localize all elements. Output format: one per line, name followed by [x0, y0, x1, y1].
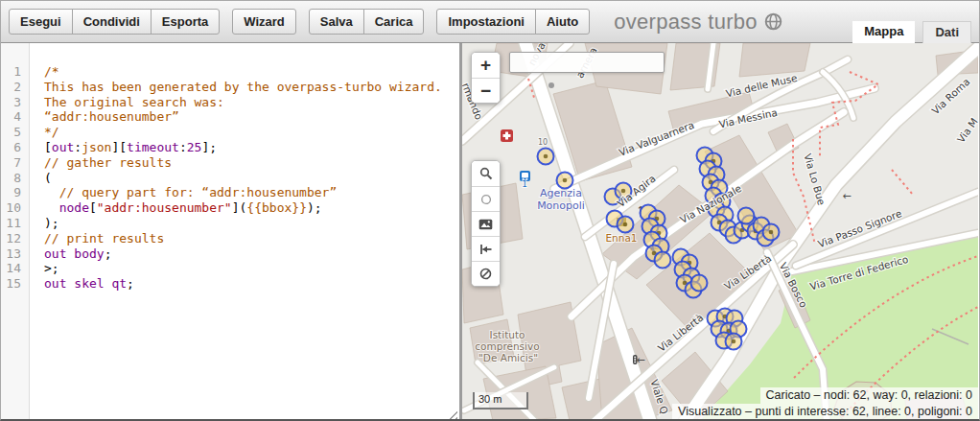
poi-label: Enna1 [605, 232, 637, 244]
oneway-arrow: ← [636, 354, 644, 366]
poi-marker[interactable] [691, 275, 708, 292]
poi-marker[interactable] [738, 208, 755, 224]
code-line: “addr:housenumber” [44, 109, 455, 125]
aiuto-button[interactable]: Aiuto [535, 9, 590, 35]
search-location-button[interactable] [472, 161, 500, 186]
export-image-button[interactable] [472, 211, 500, 236]
status-messages: Caricato – nodi: 62, way: 0, relazioni: … [672, 387, 978, 419]
magnifier-icon [479, 167, 493, 180]
code-editor[interactable]: 123456789101112131415 /*This has been ge… [1, 43, 462, 421]
esegui-button[interactable]: Esegui [9, 9, 73, 35]
code-line: node["addr:housenumber"]({{bbox}}); [44, 200, 455, 216]
code-line: out body; [44, 246, 455, 262]
map-scale: 30 m [473, 392, 528, 409]
line-number: 11 [1, 216, 29, 231]
building [739, 43, 810, 77]
toolbar-group: SalvaCarica [309, 9, 425, 35]
code-line: [out:json][timeout:25]; [44, 140, 455, 155]
code-line: ( [44, 171, 455, 186]
poi-marker-dot [544, 154, 548, 159]
code-line: /* [44, 64, 455, 80]
poi-label: comprensivo [475, 340, 539, 352]
status-line: Caricato – nodi: 62, way: 0, relazioni: … [760, 387, 978, 404]
tab-dati[interactable]: Dati [922, 21, 971, 43]
poi-label: "De Amicis" [478, 352, 538, 363]
code-line: // gather results [44, 155, 455, 171]
esporta-button[interactable]: Esporta [151, 9, 220, 35]
circle-icon [480, 194, 492, 205]
code-line: // print results [44, 231, 455, 246]
code-line: >; [44, 261, 455, 276]
poi-marker-dot [769, 230, 774, 235]
poi-marker-dot [623, 222, 628, 227]
map-search-input[interactable] [510, 56, 666, 69]
line-number: 10 [1, 200, 29, 216]
toolbar-group: ImpostazioniAiuto [436, 9, 590, 35]
line-number: 1 [1, 64, 29, 80]
line-number: 7 [1, 155, 29, 171]
line-number: 9 [1, 185, 29, 200]
view-tabs: MappaDati [852, 21, 971, 43]
top-toolbar: EseguiCondividiEsportaWizardSalvaCaricaI… [1, 1, 979, 43]
app-title: overpass turbo [614, 10, 758, 35]
code-line: The original search was: [44, 95, 455, 110]
aid-poi-icon [501, 129, 513, 142]
line-number: 14 [1, 261, 29, 276]
poi-marker-dot [732, 339, 736, 344]
zoom-out-button[interactable]: − [472, 78, 500, 103]
line-number: 12 [1, 231, 29, 246]
abort-button[interactable] [472, 261, 500, 286]
fountain-dot-icon [548, 82, 554, 88]
app-logo: overpass turbo [614, 10, 782, 35]
line-number: 13 [1, 246, 29, 262]
line-number: 2 [1, 80, 29, 95]
map-canvas[interactable]: ←←←↑Via delle MuseVia MessinaVia Valguar… [462, 43, 978, 421]
oneway-arrow: ← [842, 190, 851, 202]
line-number: 4 [1, 109, 29, 125]
zoom-control: + − [471, 52, 501, 104]
code-line: */ [44, 125, 455, 140]
status-line: Visualizzato – punti di interesse: 62, l… [672, 404, 978, 420]
code-line: out skel qt; [44, 276, 455, 292]
line-number: 8 [1, 171, 29, 186]
collapse-panel-button[interactable] [472, 236, 500, 261]
salva-button[interactable]: Salva [309, 9, 364, 35]
line-number-gutter: 123456789101112131415 [1, 43, 30, 421]
wizard-button[interactable]: Wizard [232, 9, 296, 35]
map-search-box [509, 52, 665, 73]
carica-button[interactable]: Carica [363, 9, 425, 35]
condividi-button[interactable]: Condividi [72, 9, 152, 35]
line-number: 15 [1, 276, 29, 292]
code-line: ); [44, 216, 455, 231]
overpass-turbo-app: EseguiCondividiEsportaWizardSalvaCaricaI… [0, 0, 980, 421]
cancel-icon [479, 268, 492, 280]
locate-button[interactable] [472, 186, 500, 211]
toolbar-button-groups: EseguiCondividiEsportaWizardSalvaCaricaI… [9, 9, 602, 35]
line-number: 6 [1, 140, 29, 155]
poi-label: Monopoli [537, 199, 585, 212]
image-icon [478, 219, 493, 230]
code-area[interactable]: /*This has been generated by the overpas… [30, 43, 459, 421]
poi-marker-dot [563, 178, 568, 183]
map-toolbar [471, 160, 501, 287]
line-number: 5 [1, 125, 29, 140]
line-number: 3 [1, 95, 29, 110]
code-line: // query part for: “addr:housenumber” [44, 185, 455, 200]
main-split: 123456789101112131415 /*This has been ge… [1, 43, 979, 421]
toolbar-group: Wizard [232, 9, 296, 35]
poi-label: Agenzia [540, 187, 582, 199]
map-panel[interactable]: ←←←↑Via delle MuseVia MessinaVia Valguar… [462, 43, 978, 421]
tab-mappa[interactable]: Mappa [852, 21, 915, 43]
toolbar-group: EseguiCondividiEsporta [9, 9, 220, 35]
arrow-to-bar-icon [479, 244, 493, 255]
poi-label: Istituto [490, 329, 525, 340]
impostazioni-button[interactable]: Impostazioni [436, 9, 535, 35]
zoom-in-button[interactable]: + [472, 53, 500, 78]
code-line: This has been generated by the overpass-… [44, 80, 455, 95]
poi-marker[interactable] [655, 252, 671, 269]
poi-label: 1 [522, 179, 527, 189]
globe-icon [764, 12, 782, 31]
poi-label: 10 [538, 138, 548, 147]
